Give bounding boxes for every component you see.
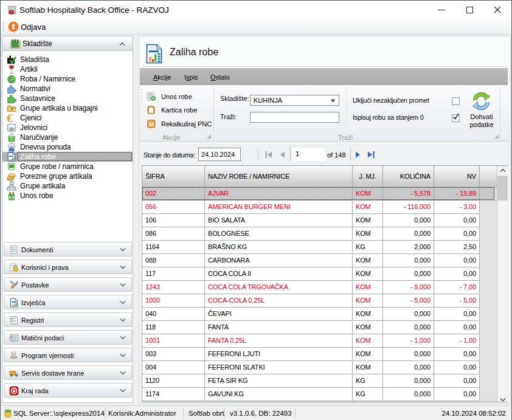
svg-text:€: € [7, 113, 13, 123]
